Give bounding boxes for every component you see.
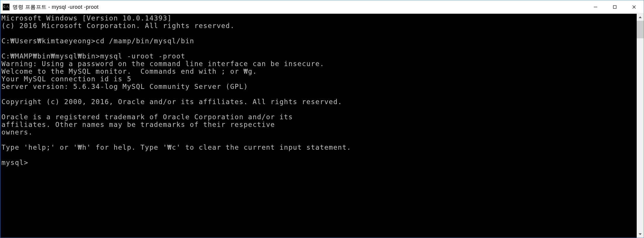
minimize-icon (593, 5, 598, 9)
svg-rect-1 (613, 6, 616, 8)
titlebar[interactable]: C:\ 명령 프롬프트 - mysql -uroot -proot (0, 0, 644, 14)
window-controls (586, 0, 644, 13)
scroll-thumb[interactable] (637, 21, 644, 38)
terminal-output[interactable]: Microsoft Windows [Version 10.0.14393] (… (0, 14, 637, 238)
close-icon (632, 5, 636, 9)
scroll-track[interactable] (637, 21, 644, 231)
maximize-icon (612, 5, 617, 9)
vertical-scrollbar[interactable] (637, 14, 644, 238)
window-title: 명령 프롬프트 - mysql -uroot -proot (13, 4, 586, 11)
close-button[interactable] (624, 0, 644, 13)
chevron-up-icon (639, 16, 642, 18)
app-icon: C:\ (3, 4, 10, 11)
content-area: Microsoft Windows [Version 10.0.14393] (… (0, 14, 644, 238)
minimize-button[interactable] (586, 0, 605, 13)
scroll-down-button[interactable] (637, 231, 644, 238)
chevron-down-icon (639, 233, 642, 235)
maximize-button[interactable] (605, 0, 624, 13)
command-prompt-window: C:\ 명령 프롬프트 - mysql -uroot -proot Micros… (0, 0, 644, 238)
scroll-up-button[interactable] (637, 14, 644, 21)
